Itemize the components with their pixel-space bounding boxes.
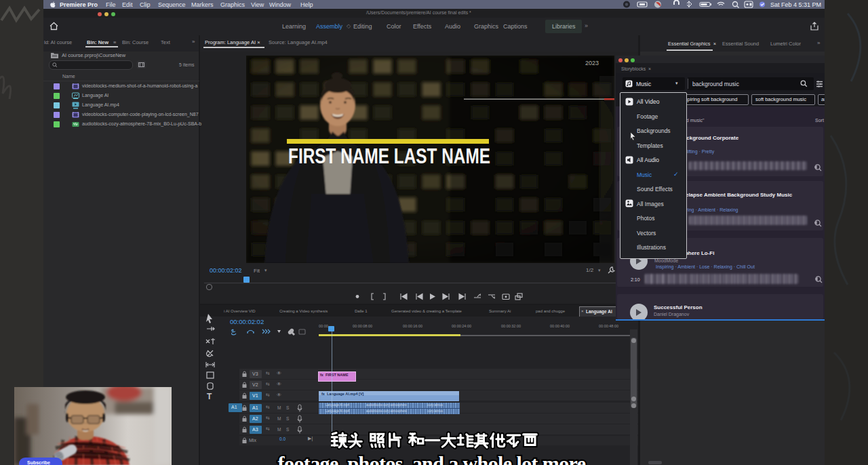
svg-text:FIRST NAME LAST NAME: FIRST NAME LAST NAME: [288, 144, 490, 168]
svg-text:T: T: [207, 392, 212, 401]
svg-text:2023: 2023: [585, 60, 599, 66]
